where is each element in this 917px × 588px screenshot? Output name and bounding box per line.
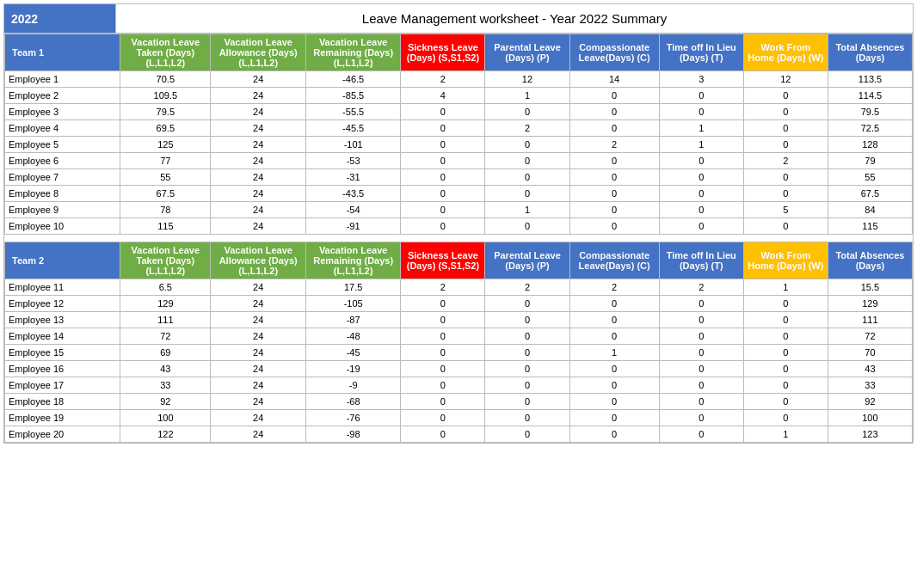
cell-pl: 2 bbox=[485, 279, 569, 296]
cell-vla: 24 bbox=[211, 394, 305, 410]
cell-name: Employee 8 bbox=[5, 186, 120, 202]
cell-til: 0 bbox=[659, 88, 743, 104]
cell-wfh: 0 bbox=[743, 296, 828, 312]
cell-wfh: 0 bbox=[743, 169, 828, 186]
cell-pl: 0 bbox=[485, 345, 569, 361]
cell-sl: 2 bbox=[401, 279, 485, 296]
cell-til: 0 bbox=[659, 202, 743, 218]
cell-wfh: 0 bbox=[743, 410, 828, 426]
col2-header-ta: Total Absences (Days) bbox=[828, 242, 912, 279]
cell-pl: 0 bbox=[485, 426, 569, 443]
cell-cl: 2 bbox=[569, 137, 659, 153]
col-header-vlr: Vacation Leave Remaining (Days) (L,L1,L2… bbox=[305, 34, 400, 71]
table-row: Employee 2109.524-85.541000114.5 bbox=[5, 88, 913, 104]
cell-wfh: 12 bbox=[743, 71, 828, 88]
cell-sl: 2 bbox=[401, 71, 485, 88]
cell-pl: 0 bbox=[485, 361, 569, 377]
cell-vla: 24 bbox=[211, 153, 305, 169]
table-row: Employee 170.524-46.521214312113.5 bbox=[5, 71, 913, 88]
cell-name: Employee 9 bbox=[5, 202, 120, 218]
col-header-vla: Vacation Leave Allowance (Days) (L,L1,L2… bbox=[211, 34, 305, 71]
cell-sl: 0 bbox=[401, 312, 485, 328]
cell-cl: 0 bbox=[569, 186, 659, 202]
cell-sl: 0 bbox=[401, 153, 485, 169]
cell-vlt: 77 bbox=[120, 153, 211, 169]
cell-vlr: 17.5 bbox=[305, 279, 400, 296]
cell-pl: 1 bbox=[485, 202, 569, 218]
cell-wfh: 1 bbox=[743, 279, 828, 296]
cell-cl: 0 bbox=[569, 202, 659, 218]
cell-ta: 55 bbox=[828, 169, 912, 186]
cell-cl: 0 bbox=[569, 410, 659, 426]
cell-name: Employee 10 bbox=[5, 218, 120, 235]
cell-cl: 0 bbox=[569, 394, 659, 410]
cell-cl: 0 bbox=[569, 377, 659, 394]
table-row: Employee 75524-310000055 bbox=[5, 169, 913, 186]
cell-ta: 129 bbox=[828, 296, 912, 312]
cell-sl: 0 bbox=[401, 296, 485, 312]
cell-name: Employee 17 bbox=[5, 377, 120, 394]
cell-pl: 0 bbox=[485, 377, 569, 394]
cell-vlt: 111 bbox=[120, 312, 211, 328]
cell-sl: 0 bbox=[401, 169, 485, 186]
cell-cl: 0 bbox=[569, 88, 659, 104]
cell-vla: 24 bbox=[211, 71, 305, 88]
cell-sl: 0 bbox=[401, 104, 485, 120]
cell-vlt: 72 bbox=[120, 328, 211, 345]
cell-til: 0 bbox=[659, 345, 743, 361]
cell-wfh: 0 bbox=[743, 394, 828, 410]
cell-vlr: -91 bbox=[305, 218, 400, 235]
table-row: Employee 189224-680000092 bbox=[5, 394, 913, 410]
cell-vla: 24 bbox=[211, 186, 305, 202]
table-row: Employee 164324-190000043 bbox=[5, 361, 913, 377]
cell-vlr: -76 bbox=[305, 410, 400, 426]
table-row: Employee 1311124-8700000111 bbox=[5, 312, 913, 328]
cell-til: 0 bbox=[659, 377, 743, 394]
cell-vlr: -45 bbox=[305, 345, 400, 361]
cell-cl: 0 bbox=[569, 296, 659, 312]
cell-vlt: 33 bbox=[120, 377, 211, 394]
cell-ta: 113.5 bbox=[828, 71, 912, 88]
cell-name: Employee 15 bbox=[5, 345, 120, 361]
cell-vlt: 70.5 bbox=[120, 71, 211, 88]
cell-sl: 4 bbox=[401, 88, 485, 104]
cell-vlt: 92 bbox=[120, 394, 211, 410]
cell-pl: 0 bbox=[485, 153, 569, 169]
cell-vla: 24 bbox=[211, 410, 305, 426]
cell-pl: 0 bbox=[485, 296, 569, 312]
cell-vlt: 129 bbox=[120, 296, 211, 312]
cell-name: Employee 7 bbox=[5, 169, 120, 186]
cell-ta: 114.5 bbox=[828, 88, 912, 104]
col-header-wfh: Work From Home (Days) (W) bbox=[743, 34, 828, 71]
cell-name: Employee 11 bbox=[5, 279, 120, 296]
cell-name: Employee 1 bbox=[5, 71, 120, 88]
cell-ta: 79.5 bbox=[828, 104, 912, 120]
cell-sl: 0 bbox=[401, 186, 485, 202]
cell-vlr: -46.5 bbox=[305, 71, 400, 88]
cell-vla: 24 bbox=[211, 104, 305, 120]
cell-ta: 15.5 bbox=[828, 279, 912, 296]
cell-til: 1 bbox=[659, 137, 743, 153]
cell-til: 0 bbox=[659, 186, 743, 202]
col2-header-cl: Compassionate Leave(Days) (C) bbox=[569, 242, 659, 279]
cell-til: 0 bbox=[659, 104, 743, 120]
cell-vlt: 69 bbox=[120, 345, 211, 361]
cell-sl: 0 bbox=[401, 218, 485, 235]
cell-name: Employee 20 bbox=[5, 426, 120, 443]
cell-vlt: 6.5 bbox=[120, 279, 211, 296]
year-label: 2022 bbox=[4, 4, 116, 33]
cell-vlr: -45.5 bbox=[305, 120, 400, 137]
cell-pl: 0 bbox=[485, 218, 569, 235]
col2-header-wfh: Work From Home (Days) (W) bbox=[743, 242, 828, 279]
cell-vlr: -48 bbox=[305, 328, 400, 345]
cell-sl: 0 bbox=[401, 345, 485, 361]
cell-ta: 79 bbox=[828, 153, 912, 169]
cell-sl: 0 bbox=[401, 426, 485, 443]
cell-vlt: 79.5 bbox=[120, 104, 211, 120]
cell-cl: 0 bbox=[569, 120, 659, 137]
cell-cl: 0 bbox=[569, 312, 659, 328]
cell-til: 0 bbox=[659, 312, 743, 328]
cell-vlr: -54 bbox=[305, 202, 400, 218]
cell-name: Employee 19 bbox=[5, 410, 120, 426]
cell-vlt: 100 bbox=[120, 410, 211, 426]
